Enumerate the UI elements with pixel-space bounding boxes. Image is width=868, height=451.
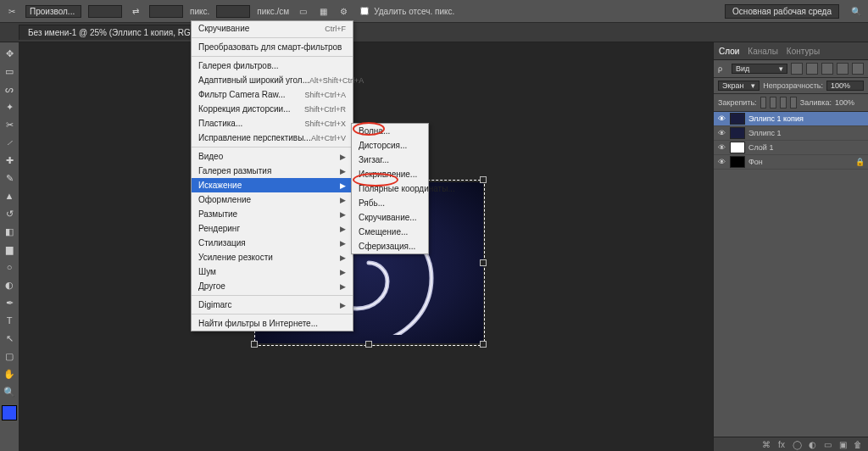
menu-item[interactable]: Оформление▶ — [192, 192, 353, 207]
layer-row[interactable]: 👁Фон🔒 — [714, 155, 868, 170]
menu-item[interactable]: Усиление резкости▶ — [192, 250, 353, 264]
width-field[interactable] — [88, 5, 122, 18]
menu-item[interactable]: Галерея фильтров... — [192, 58, 353, 73]
submenu-item[interactable]: Сферизация... — [352, 239, 428, 253]
filter-type-icon[interactable] — [821, 63, 833, 75]
submenu-item[interactable]: Зигзаг... — [352, 153, 428, 167]
eyedropper-tool-icon[interactable]: ⟋ — [2, 135, 17, 150]
type-tool-icon[interactable]: T — [2, 313, 17, 328]
shape-tool-icon[interactable]: ▢ — [2, 348, 17, 364]
crop-tool-icon[interactable]: ✂ — [2, 117, 17, 132]
lasso-tool-icon[interactable]: ᔕ — [2, 81, 17, 97]
options-bar: ✂ Произвол... ⇄ пикс. пикс./см ▭ ▦ ⚙ Уда… — [0, 0, 868, 23]
heal-tool-icon[interactable]: ✚ — [2, 153, 17, 168]
visibility-icon[interactable]: 👁 — [717, 114, 726, 124]
transform-handle[interactable] — [480, 341, 487, 348]
submenu-item[interactable]: Волна... — [352, 124, 428, 138]
tab-channels[interactable]: Каналы — [748, 47, 778, 56]
transform-handle[interactable] — [480, 259, 487, 266]
menu-item[interactable]: Шум▶ — [192, 264, 353, 279]
workspace-switcher[interactable]: Основная рабочая среда — [725, 4, 839, 19]
menu-item[interactable]: Рендеринг▶ — [192, 221, 353, 236]
layer-row[interactable]: 👁Эллипс 1 копия — [714, 112, 868, 126]
foreground-color-swatch[interactable] — [2, 405, 17, 420]
filter-smart-icon[interactable] — [852, 63, 864, 75]
submenu-item[interactable]: Смещение... — [352, 225, 428, 239]
zoom-tool-icon[interactable]: 🔍 — [2, 384, 17, 399]
menu-item[interactable]: Исправление перспективы...Alt+Ctrl+V — [192, 131, 353, 145]
transform-handle[interactable] — [480, 176, 487, 183]
marquee-tool-icon[interactable]: ▭ — [2, 64, 17, 79]
brush-tool-icon[interactable]: ✎ — [2, 170, 17, 186]
transform-handle[interactable] — [251, 341, 258, 348]
delete-layer-icon[interactable]: 🗑 — [853, 440, 863, 450]
menu-item[interactable]: Фильтр Camera Raw...Shift+Ctrl+A — [192, 87, 353, 102]
straighten-icon[interactable]: ▭ — [296, 4, 309, 18]
delete-cropped-checkbox[interactable]: Удалить отсеч. пикс. — [357, 4, 454, 18]
menu-item[interactable]: Галерея размытия▶ — [192, 164, 353, 178]
search-icon[interactable]: 🔍 — [849, 4, 863, 18]
lock-all-icon[interactable] — [790, 97, 797, 109]
gear-icon[interactable]: ⚙ — [337, 4, 350, 18]
layer-row[interactable]: 👁Слой 1 — [714, 141, 868, 155]
height-field[interactable] — [149, 5, 183, 18]
filter-kind-dropdown[interactable]: Вид▾ — [732, 64, 787, 74]
menu-item[interactable]: Стилизация▶ — [192, 236, 353, 250]
lock-position-icon[interactable] — [780, 97, 787, 109]
submenu-item[interactable]: Дисторсия... — [352, 138, 428, 153]
blur-tool-icon[interactable]: ○ — [2, 259, 17, 275]
path-tool-icon[interactable]: ↖ — [2, 331, 17, 346]
layer-fx-icon[interactable]: fx — [776, 440, 787, 450]
submenu-item[interactable]: Скручивание... — [352, 210, 428, 225]
tab-paths[interactable]: Контуры — [787, 47, 820, 56]
layer-row[interactable]: 👁Эллипс 1 — [714, 126, 868, 141]
filter-pixel-icon[interactable] — [791, 63, 803, 75]
fill-field[interactable]: 100% — [835, 98, 864, 107]
transform-handle[interactable] — [365, 341, 372, 348]
new-fill-icon[interactable]: ◐ — [807, 440, 817, 450]
menu-item[interactable]: Размытие▶ — [192, 207, 353, 221]
visibility-icon[interactable]: 👁 — [717, 129, 726, 138]
opacity-field[interactable]: 100% — [826, 81, 864, 91]
menu-item[interactable]: СкручиваниеCtrl+F — [192, 21, 353, 36]
menu-item[interactable]: Адаптивный широкий угол...Alt+Shift+Ctrl… — [192, 73, 353, 87]
link-layers-icon[interactable]: ⌘ — [761, 440, 771, 450]
lock-pixels-icon[interactable] — [770, 97, 776, 109]
wand-tool-icon[interactable]: ✦ — [2, 99, 17, 114]
menu-item[interactable]: Преобразовать для смарт-фильтров — [192, 40, 353, 54]
resolution-field[interactable] — [216, 5, 250, 18]
grid-icon[interactable]: ▦ — [316, 4, 330, 18]
pen-tool-icon[interactable]: ✒ — [2, 295, 17, 310]
menu-item[interactable]: Digimarc▶ — [192, 298, 353, 312]
stamp-tool-icon[interactable]: ▲ — [2, 188, 17, 203]
move-tool-icon[interactable]: ✥ — [2, 46, 17, 61]
menu-item[interactable]: Пластика...Shift+Ctrl+X — [192, 116, 353, 131]
filter-kind-icon[interactable]: ρ — [718, 64, 728, 73]
dodge-tool-icon[interactable]: ◐ — [2, 277, 17, 292]
visibility-icon[interactable]: 👁 — [717, 158, 726, 167]
menu-item[interactable]: Коррекция дисторсии...Shift+Ctrl+R — [192, 102, 353, 116]
menu-item[interactable]: Видео▶ — [192, 149, 353, 164]
lock-transparency-icon[interactable] — [760, 97, 767, 109]
tab-layers[interactable]: Слои — [719, 47, 739, 56]
submenu-item[interactable]: Рябь... — [352, 196, 428, 210]
visibility-icon[interactable]: 👁 — [717, 143, 726, 153]
blend-mode-dropdown[interactable]: Экран▾ — [718, 81, 760, 91]
layer-mask-icon[interactable]: ◯ — [792, 440, 802, 450]
eraser-tool-icon[interactable]: ◧ — [2, 224, 17, 239]
menu-item[interactable]: Другое▶ — [192, 279, 353, 293]
gradient-tool-icon[interactable]: ▆ — [2, 242, 17, 257]
new-group-icon[interactable]: ▭ — [822, 440, 832, 450]
filter-shape-icon[interactable] — [837, 63, 849, 75]
filter-adjust-icon[interactable] — [806, 63, 818, 75]
submenu-item[interactable]: Полярные координаты... — [352, 181, 428, 196]
menu-item[interactable]: Найти фильтры в Интернете... — [192, 316, 353, 331]
lock-icon: 🔒 — [855, 158, 865, 166]
swap-icon[interactable]: ⇄ — [129, 4, 142, 18]
history-brush-icon[interactable]: ↺ — [2, 206, 17, 221]
menu-item[interactable]: Искажение▶ — [192, 178, 353, 192]
submenu-item[interactable]: Искривление... — [352, 167, 428, 181]
new-layer-icon[interactable]: ▣ — [837, 440, 848, 450]
crop-mode-dropdown[interactable]: Произвол... — [25, 5, 81, 18]
hand-tool-icon[interactable]: ✋ — [2, 366, 17, 381]
